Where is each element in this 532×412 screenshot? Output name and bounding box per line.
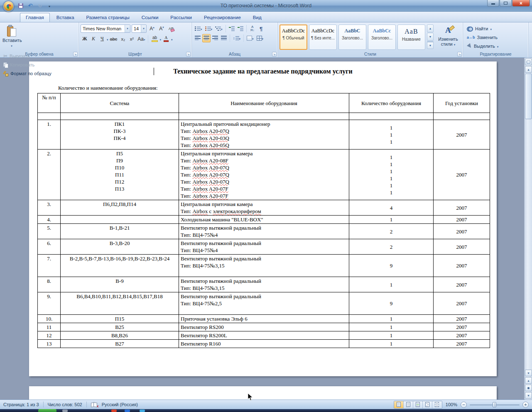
header-number[interactable]: № п/п xyxy=(38,93,61,113)
tab-references[interactable]: Ссылки xyxy=(136,13,164,22)
cell-year[interactable]: 2007 xyxy=(434,224,490,239)
shrink-font-button[interactable]: А xyxy=(157,25,166,33)
cell-number[interactable]: 13 xyxy=(38,340,61,348)
save-button[interactable] xyxy=(17,2,25,10)
paste-button[interactable]: Вставить xyxy=(2,24,21,50)
taskbar-icon[interactable] xyxy=(140,410,145,412)
cell-year[interactable]: 2007 xyxy=(434,255,490,277)
cell-number[interactable]: 8. xyxy=(38,277,61,292)
grow-font-button[interactable]: А xyxy=(148,25,156,33)
cell-equipment[interactable]: Холодильная машина "BLUE-BOX" xyxy=(179,216,349,224)
ruler-toggle-button[interactable] xyxy=(525,59,532,65)
cell-equipment[interactable]: Центральный приточный кондиционерТип: Ai… xyxy=(179,120,349,150)
cell-year[interactable]: 2007 xyxy=(434,200,490,216)
language-indicator[interactable]: Русский (Россия) xyxy=(102,402,138,407)
font-family-select[interactable]: Times New Roman xyxy=(81,25,130,33)
cell-system[interactable]: ПК1ПК-3ПК-4 xyxy=(61,120,179,150)
cell-equipment[interactable]: Вентилятор вытяжной радиальныйТип: ВЦ4-7… xyxy=(179,292,349,315)
multilevel-list-button[interactable] xyxy=(214,25,224,33)
cell-equipment[interactable]: Вентилятор RS200L xyxy=(179,331,349,340)
increase-indent-button[interactable] xyxy=(236,25,245,33)
close-button[interactable]: × xyxy=(512,0,530,7)
qat-customize-button[interactable] xyxy=(45,2,54,10)
superscript-button[interactable]: x² xyxy=(127,35,136,43)
header-system[interactable]: Система xyxy=(61,93,179,113)
cell-system[interactable]: В6,В4,В10,В11,В12,В14,В15,В17,В18 xyxy=(61,292,179,315)
outline-view-button[interactable] xyxy=(423,401,432,408)
cell-system[interactable]: В-3,В-20 xyxy=(61,239,179,255)
zoom-out-button[interactable]: − xyxy=(461,402,467,408)
chevron-down-icon[interactable] xyxy=(159,36,161,42)
header-equipment[interactable]: Наименование оборудования xyxy=(179,93,349,113)
document-intro[interactable]: Количество и наименование оборудования: xyxy=(58,85,158,91)
chevron-down-icon[interactable] xyxy=(107,36,108,42)
decrease-indent-button[interactable] xyxy=(228,25,236,33)
cell-system[interactable]: П5П9П10П11П12П13 xyxy=(61,150,179,200)
cell-system[interactable]: П15 xyxy=(61,315,179,323)
zoom-in-button[interactable]: + xyxy=(522,402,529,408)
cell-number[interactable]: 6. xyxy=(38,239,61,255)
cell-quantity[interactable]: 1 xyxy=(349,323,434,331)
next-page-button[interactable]: ▼ xyxy=(525,392,532,399)
cell-system[interactable]: В-1,В-21 xyxy=(61,224,179,239)
style-normal[interactable]: AaBbCcDc ¶ Обычный xyxy=(279,25,307,50)
cell-number[interactable]: 4. xyxy=(38,216,61,224)
clear-formatting-button[interactable]: АВ xyxy=(167,25,175,33)
find-button[interactable]: Найти xyxy=(465,24,527,33)
scrollbar-thumb[interactable] xyxy=(525,74,532,119)
style-no-spacing[interactable]: AaBbCcDc ¶ Без инте... xyxy=(309,25,337,50)
format-painter-button[interactable]: Формат по образцу xyxy=(2,69,57,78)
cell-system[interactable]: В27 xyxy=(61,340,179,348)
fullscreen-reading-view-button[interactable] xyxy=(404,401,413,408)
zoom-track[interactable] xyxy=(470,402,520,408)
styles-gallery-more-button[interactable]: ▼ xyxy=(427,41,434,49)
print-layout-view-button[interactable] xyxy=(394,401,404,408)
font-dialog-launcher[interactable] xyxy=(186,52,191,56)
cell-number[interactable]: 12 xyxy=(38,331,61,340)
cell-number[interactable]: 10. xyxy=(38,315,61,323)
document-area[interactable]: Техническое задание на предлагаемые подр… xyxy=(0,58,532,400)
cell-system[interactable] xyxy=(61,216,179,224)
cell-quantity[interactable]: 9 xyxy=(349,292,434,315)
cell-system[interactable]: В25 xyxy=(61,323,179,331)
strikethrough-button[interactable]: abc xyxy=(109,35,119,43)
taskbar-icon[interactable] xyxy=(125,410,130,412)
taskbar-icon[interactable] xyxy=(111,410,117,412)
subscript-button[interactable]: x₂ xyxy=(119,35,127,43)
tab-mailings[interactable]: Рассылки xyxy=(165,13,197,22)
cell-equipment[interactable]: Приточная установка Эльф 6 xyxy=(179,315,349,323)
proofing-status-icon[interactable]: × xyxy=(91,402,98,407)
word-count[interactable]: Число слов: 502 xyxy=(48,402,82,407)
bold-button[interactable]: Ж xyxy=(81,35,89,43)
undo-button[interactable] xyxy=(26,2,34,10)
cell-quantity[interactable]: 4 xyxy=(349,200,434,216)
cell-equipment[interactable]: Вентилятор вытяжной радиальныйТип: ВЦ4-7… xyxy=(179,277,349,292)
document-title[interactable]: Техническое задание на предлагаемые подр… xyxy=(29,68,497,75)
cell-year[interactable]: 2007 xyxy=(434,216,490,224)
align-center-button[interactable] xyxy=(202,34,211,42)
font-color-button[interactable]: А xyxy=(162,34,171,43)
sort-button[interactable]: АЯ↓ xyxy=(248,25,257,33)
taskbar-start-button[interactable] xyxy=(38,409,56,412)
styles-scroll-up-button[interactable]: ▲ xyxy=(427,25,434,32)
borders-button[interactable] xyxy=(255,34,265,42)
cell-number[interactable]: 11 xyxy=(38,323,61,331)
cell-year[interactable]: 2007 xyxy=(434,239,490,255)
cell-quantity[interactable]: 1 xyxy=(349,216,434,224)
cell-equipment[interactable]: Вентилятор вытяжной радиальныйТип: ВЦ4-7… xyxy=(179,224,349,239)
tab-home[interactable]: Главная xyxy=(20,13,50,22)
vertical-scrollbar[interactable]: ▲ ▼ ▲ ▼ xyxy=(524,58,532,400)
cell-equipment[interactable]: Центральная приточная камераТип: Airbox … xyxy=(179,150,349,200)
document-page-1[interactable]: Техническое задание на предлагаемые подр… xyxy=(29,61,497,376)
numbering-button[interactable] xyxy=(204,25,214,33)
cell-year[interactable]: 2007 xyxy=(434,323,490,331)
underline-button[interactable]: Ч xyxy=(98,35,106,43)
cell-quantity[interactable]: 1 xyxy=(349,340,434,348)
cell-quantity[interactable]: 111 xyxy=(349,120,434,150)
clipboard-dialog-launcher[interactable] xyxy=(73,52,78,56)
cell-equipment[interactable]: Центральная приточная камераТип: Airbox … xyxy=(179,200,349,216)
style-title[interactable]: AaB Название xyxy=(397,25,425,50)
cell-equipment[interactable]: Вентилятор вытяжной радиальныйТип: ВЦ4-7… xyxy=(179,255,349,277)
italic-button[interactable]: К xyxy=(89,35,98,43)
chevron-down-icon[interactable] xyxy=(171,36,173,42)
